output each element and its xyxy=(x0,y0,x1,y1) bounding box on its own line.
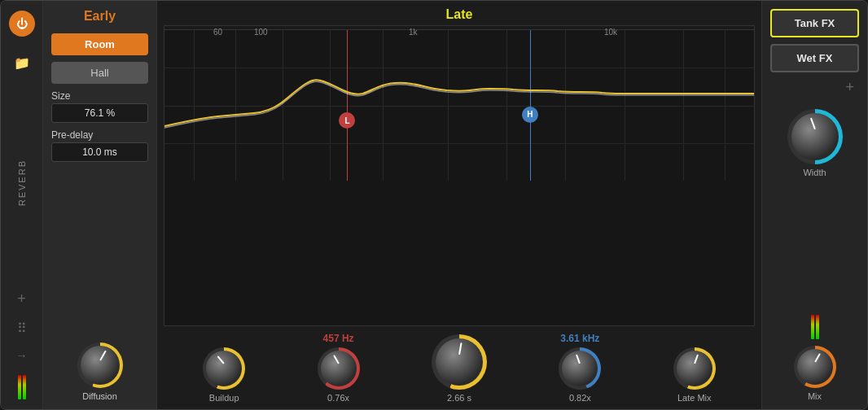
vu-bar-2 xyxy=(23,375,26,399)
width-knob-group: Width xyxy=(787,109,843,177)
width-knob[interactable] xyxy=(787,109,843,164)
vu-bar-r2 xyxy=(816,315,819,339)
power-button[interactable]: ⏻ xyxy=(9,11,35,37)
buildup-group: Buildup xyxy=(203,347,245,403)
folder-button[interactable]: 📁 xyxy=(9,50,35,76)
plugin-container: ⏻ 📁 REVERB + ⠿ → Early Room Hall Size 76… xyxy=(0,0,868,410)
right-panel: Tank FX Wet FX + Width M xyxy=(761,1,867,409)
buildup-label: Buildup xyxy=(209,393,239,403)
room-button[interactable]: Room xyxy=(51,33,148,55)
width-label: Width xyxy=(803,168,826,177)
low-freq-group: 457 Hz 0.76x xyxy=(318,333,360,403)
decay-group: 2.66 s xyxy=(432,334,487,403)
eq-display: 60 100 1k 10k xyxy=(164,25,755,326)
bottom-knobs-row: Buildup 457 Hz 0.76x 2.66 xyxy=(157,326,761,409)
plus-right-container: + xyxy=(770,79,859,96)
size-value[interactable]: 76.1 % xyxy=(51,103,148,123)
diffusion-label: Diffusion xyxy=(82,391,117,401)
high-q-label: 0.82x xyxy=(569,393,591,403)
decay-knob[interactable] xyxy=(432,334,487,390)
arrow-button[interactable]: → xyxy=(16,349,28,362)
late-mix-knob[interactable] xyxy=(673,347,716,390)
low-freq-knob[interactable] xyxy=(318,347,360,390)
size-label: Size xyxy=(51,90,148,102)
reverb-label: REVERB xyxy=(17,159,27,206)
folder-icon: 📁 xyxy=(14,55,30,71)
vu-meter-left xyxy=(18,375,26,399)
eq-canvas: L H xyxy=(164,30,754,181)
low-filter-handle[interactable]: L xyxy=(339,112,355,129)
high-filter-handle[interactable]: H xyxy=(522,107,538,123)
add-left-button[interactable]: + xyxy=(17,290,26,308)
high-filter-label: H xyxy=(527,110,533,119)
mix-label: Mix xyxy=(808,391,822,401)
buildup-knob[interactable] xyxy=(203,347,245,390)
vu-bar-r1 xyxy=(811,315,814,339)
late-title: Late xyxy=(157,1,761,25)
add-right-button[interactable]: + xyxy=(845,79,854,96)
hall-button[interactable]: Hall xyxy=(51,62,148,84)
high-freq-group: 3.61 kHz 0.82x xyxy=(559,333,601,403)
eq-curve-svg xyxy=(164,30,754,181)
late-mix-group: Late Mix xyxy=(673,347,716,403)
vu-bar-1 xyxy=(18,375,21,399)
low-freq-display: 457 Hz xyxy=(323,333,354,344)
diffusion-knob-container: Diffusion xyxy=(51,342,148,401)
mix-knob[interactable] xyxy=(794,346,836,388)
early-panel: Early Room Hall Size 76.1 % Pre-delay 10… xyxy=(43,1,157,409)
vu-meter-right xyxy=(811,315,819,339)
predelay-section: Pre-delay 10.0 ms xyxy=(51,129,148,162)
left-sidebar: ⏻ 📁 REVERB + ⠿ → xyxy=(1,1,43,409)
power-icon: ⏻ xyxy=(16,17,28,30)
high-freq-knob[interactable] xyxy=(559,347,601,390)
wet-fx-button[interactable]: Wet FX xyxy=(770,44,859,72)
decay-label: 2.66 s xyxy=(447,393,471,403)
low-filter-label: L xyxy=(344,116,349,125)
mix-knob-group: Mix xyxy=(794,346,836,401)
late-panel: Late 60 100 1k 10k xyxy=(157,1,761,409)
early-title: Early xyxy=(51,9,148,24)
tank-fx-button[interactable]: Tank FX xyxy=(770,9,859,37)
predelay-value[interactable]: 10.0 ms xyxy=(51,142,148,162)
late-mix-label: Late Mix xyxy=(677,393,712,403)
predelay-label: Pre-delay xyxy=(51,129,148,141)
low-q-label: 0.76x xyxy=(327,393,349,403)
dots-button[interactable]: ⠿ xyxy=(17,321,27,336)
diffusion-knob[interactable] xyxy=(77,342,123,388)
size-section: Size 76.1 % xyxy=(51,90,148,123)
high-freq-display: 3.61 kHz xyxy=(560,333,599,344)
